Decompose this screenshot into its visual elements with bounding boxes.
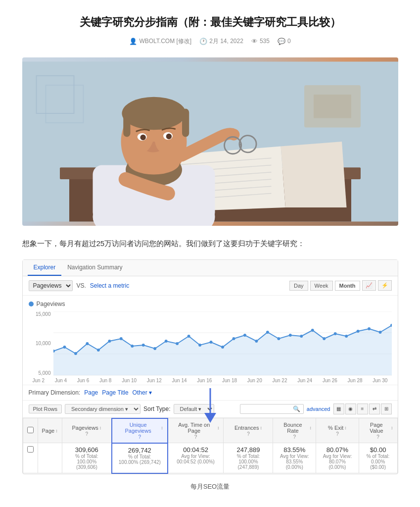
td-bounce-rate: 83.55% Avg for View:83.55% (0.00%) bbox=[273, 443, 316, 473]
svg-point-36 bbox=[74, 352, 77, 355]
svg-point-55 bbox=[288, 334, 291, 337]
svg-point-63 bbox=[378, 331, 381, 334]
x-label: Jun 28 bbox=[348, 378, 363, 383]
author-icon: 👤 bbox=[129, 38, 137, 45]
analytics-tabs: Explorer Navigation Summary bbox=[23, 260, 398, 276]
search-box[interactable]: 🔍 bbox=[240, 404, 304, 414]
y-label-2: 10,000 bbox=[29, 341, 51, 346]
select-all-checkbox[interactable] bbox=[27, 427, 34, 433]
filter-left: Plot Rows Secondary dimension ▾ Sort Typ… bbox=[29, 404, 214, 414]
svg-point-45 bbox=[176, 342, 179, 345]
search-icon: 🔍 bbox=[293, 406, 300, 412]
day-button[interactable]: Day bbox=[289, 281, 308, 291]
svg-point-59 bbox=[333, 332, 336, 335]
analytics-panel: Explorer Navigation Summary Pageviews VS… bbox=[22, 259, 398, 474]
tab-navigation-summary[interactable]: Navigation Summary bbox=[61, 260, 128, 276]
post-title: 关键字研究分步指南（附：最佳关键字研究工具比较） bbox=[22, 15, 398, 30]
svg-point-44 bbox=[164, 340, 167, 343]
th-page-sort: Page ↕ bbox=[42, 428, 58, 434]
th-page[interactable]: Page ↕ bbox=[38, 418, 62, 443]
dim-page-link[interactable]: Page bbox=[84, 389, 98, 396]
dim-other-link[interactable]: Other ▾ bbox=[133, 389, 152, 396]
table-view-button[interactable]: ▦ bbox=[333, 404, 344, 414]
custom-view-button[interactable]: ⊞ bbox=[381, 404, 392, 414]
plot-rows-button[interactable]: Plot Rows bbox=[29, 405, 62, 413]
td-entrances: 247,889 % of Total:100.00% (247,889) bbox=[224, 443, 273, 473]
x-label: Jun 6 bbox=[77, 378, 89, 383]
svg-point-38 bbox=[96, 349, 99, 352]
x-label: Jun 14 bbox=[172, 378, 187, 383]
scatter-chart-button[interactable]: ⚡ bbox=[378, 280, 392, 291]
x-label: Jun 24 bbox=[297, 378, 312, 383]
post-meta: 👤 WBOLT.COM [修改] 🕐 2月 14, 2022 👁 535 💬 0 bbox=[22, 37, 398, 46]
x-label: Jun 18 bbox=[222, 378, 237, 383]
clock-icon: 🕐 bbox=[199, 38, 207, 45]
svg-point-49 bbox=[221, 346, 224, 349]
svg-point-58 bbox=[323, 337, 326, 340]
x-label: Jun 22 bbox=[272, 378, 287, 383]
svg-point-51 bbox=[243, 334, 246, 337]
svg-point-47 bbox=[198, 344, 201, 347]
tab-explorer[interactable]: Explorer bbox=[28, 260, 62, 276]
x-label: Jun 8 bbox=[99, 378, 111, 383]
th-entrances[interactable]: Entrances ↕ ? bbox=[224, 418, 273, 443]
comment-icon: 💬 bbox=[278, 38, 285, 45]
bar-view-button[interactable]: ≡ bbox=[357, 404, 368, 414]
svg-point-24 bbox=[166, 134, 171, 139]
primary-dim-label: Primary Dimension: bbox=[29, 389, 81, 396]
pie-view-button[interactable]: ◉ bbox=[345, 404, 356, 414]
th-bounce-rate[interactable]: Bounce Rate ↕ ? bbox=[273, 418, 316, 443]
search-input[interactable] bbox=[243, 406, 293, 412]
svg-point-43 bbox=[153, 347, 156, 350]
td-checkbox[interactable] bbox=[23, 443, 38, 473]
th-unique-pageviews[interactable]: Unique Pageviews ↕ ? bbox=[112, 418, 168, 443]
meta-author: 👤 WBOLT.COM [修改] bbox=[129, 37, 191, 46]
chart-area: Pageviews 15,000 10,000 5,000 bbox=[23, 296, 398, 385]
th-checkbox[interactable] bbox=[23, 418, 38, 443]
svg-point-16 bbox=[122, 97, 186, 130]
eye-icon: 👁 bbox=[251, 38, 258, 45]
table-row: 309,606 % of Total:100.00% (309,606) 269… bbox=[23, 443, 397, 473]
select-metric-link[interactable]: Select a metric bbox=[90, 282, 129, 289]
pivot-view-button[interactable]: ⇄ bbox=[369, 404, 380, 414]
svg-point-46 bbox=[187, 335, 190, 338]
week-button[interactable]: Week bbox=[310, 281, 333, 291]
legend-dot bbox=[29, 302, 34, 306]
x-label: Jun 10 bbox=[122, 378, 137, 383]
svg-rect-17 bbox=[123, 108, 130, 137]
svg-point-42 bbox=[141, 344, 144, 347]
dim-page-title-link[interactable]: Page Title bbox=[102, 389, 128, 396]
line-chart-button[interactable]: 📈 bbox=[362, 280, 376, 291]
meta-date: 🕐 2月 14, 2022 bbox=[199, 37, 243, 46]
x-label: Jun 20 bbox=[247, 378, 262, 383]
analytics-toolbar: Pageviews VS. Select a metric Day Week M… bbox=[23, 276, 398, 296]
svg-point-20 bbox=[128, 151, 180, 175]
svg-point-54 bbox=[277, 337, 280, 340]
icon-buttons: ▦ ◉ ≡ ⇄ ⊞ bbox=[333, 404, 392, 414]
x-label: Jun 12 bbox=[147, 378, 162, 383]
svg-point-53 bbox=[266, 331, 269, 334]
page-wrapper: 关键字研究分步指南（附：最佳关键字研究工具比较） 👤 WBOLT.COM [修改… bbox=[12, 0, 408, 506]
x-label: Jun 30 bbox=[373, 378, 387, 383]
month-button[interactable]: Month bbox=[335, 281, 360, 291]
data-table: Page ↕ Pageviews ↕ ? Unique Pageviews ↕ … bbox=[23, 418, 398, 474]
advanced-link[interactable]: advanced bbox=[307, 406, 330, 412]
row-checkbox[interactable] bbox=[27, 446, 34, 453]
th-pageviews[interactable]: Pageviews ↕ ? bbox=[62, 418, 112, 443]
th-page-value[interactable]: Page Value ↕ ? bbox=[359, 418, 397, 443]
svg-point-37 bbox=[86, 342, 89, 345]
table-wrapper: Page ↕ Pageviews ↕ ? Unique Pageviews ↕ … bbox=[23, 418, 398, 474]
pageviews-select[interactable]: Pageviews bbox=[29, 280, 73, 291]
legend-label: Pageviews bbox=[37, 301, 65, 307]
secondary-dimension-select[interactable]: Secondary dimension ▾ bbox=[65, 404, 140, 414]
svg-rect-29 bbox=[314, 95, 351, 118]
x-label: Jun 2 bbox=[33, 378, 45, 383]
td-avg-time: 00:04:52 Avg for View:00:04:52 (0.00%) bbox=[168, 443, 224, 473]
td-exit: 80.07% Avg for View:80.07% (0.00%) bbox=[316, 443, 359, 473]
svg-marker-6 bbox=[280, 142, 346, 207]
x-label: Jun 4 bbox=[55, 378, 67, 383]
chart-x-labels: Jun 2 Jun 4 Jun 6 Jun 8 Jun 10 Jun 12 Ju… bbox=[29, 376, 392, 385]
toolbar-right: Day Week Month 📈 ⚡ bbox=[289, 280, 391, 291]
th-exit[interactable]: % Exit ↕ ? bbox=[316, 418, 359, 443]
meta-views: 👁 535 bbox=[251, 38, 270, 45]
